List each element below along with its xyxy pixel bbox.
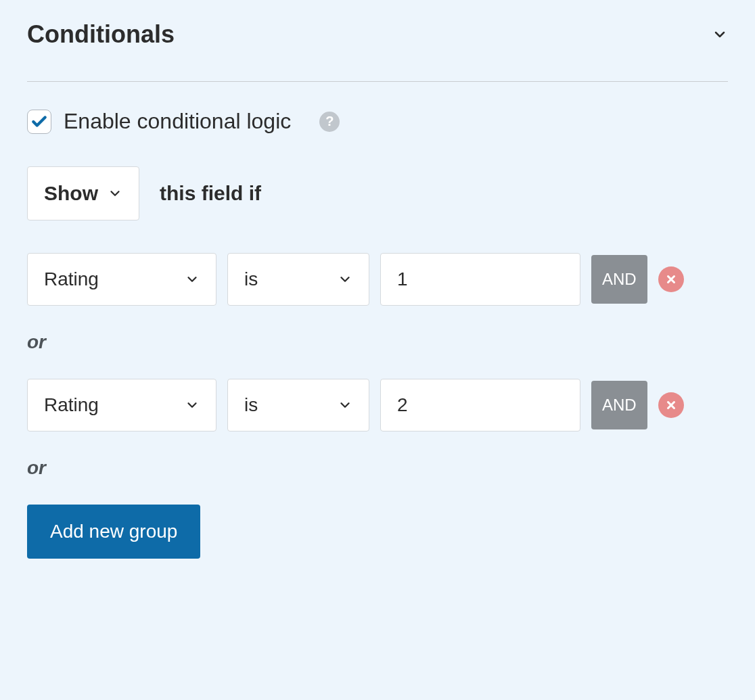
or-separator: or — [27, 457, 728, 479]
panel-title: Conditionals — [27, 20, 175, 49]
chevron-down-icon — [338, 272, 352, 287]
conditionals-panel-header[interactable]: Conditionals — [27, 20, 728, 82]
chevron-down-icon — [338, 398, 352, 413]
chevron-down-icon — [185, 272, 200, 287]
chevron-down-icon — [108, 186, 122, 201]
rule-field-select[interactable]: Rating — [27, 379, 216, 431]
add-group-button[interactable]: Add new group — [27, 505, 200, 559]
enable-conditional-label: Enable conditional logic — [64, 109, 291, 134]
close-icon — [665, 399, 677, 411]
delete-rule-button[interactable] — [658, 392, 684, 418]
rule-operator-select[interactable]: is — [227, 379, 369, 431]
rule-operator-value: is — [244, 394, 258, 416]
rule-field-value: Rating — [44, 269, 99, 290]
rule-field-select[interactable]: Rating — [27, 253, 216, 306]
action-select-value: Show — [44, 182, 98, 205]
chevron-down-icon — [185, 398, 200, 413]
enable-conditional-checkbox[interactable] — [27, 110, 51, 134]
close-icon — [665, 273, 677, 285]
rule-field-value: Rating — [44, 394, 99, 416]
and-button[interactable]: AND — [591, 255, 647, 304]
rule-row: Rating is AND — [27, 253, 728, 306]
chevron-down-icon — [712, 26, 728, 43]
or-separator: or — [27, 331, 728, 353]
delete-rule-button[interactable] — [658, 266, 684, 292]
rule-value-input[interactable] — [380, 253, 580, 306]
and-button[interactable]: AND — [591, 381, 647, 429]
rule-value-input[interactable] — [380, 379, 580, 431]
rule-row: Rating is AND — [27, 379, 728, 431]
rule-operator-value: is — [244, 269, 258, 290]
enable-conditional-row: Enable conditional logic ? — [27, 109, 728, 134]
action-row: Show this field if — [27, 166, 728, 220]
help-icon[interactable]: ? — [319, 112, 340, 132]
rule-operator-select[interactable]: is — [227, 253, 369, 306]
action-postfix: this field if — [160, 182, 261, 205]
action-select[interactable]: Show — [27, 166, 139, 220]
